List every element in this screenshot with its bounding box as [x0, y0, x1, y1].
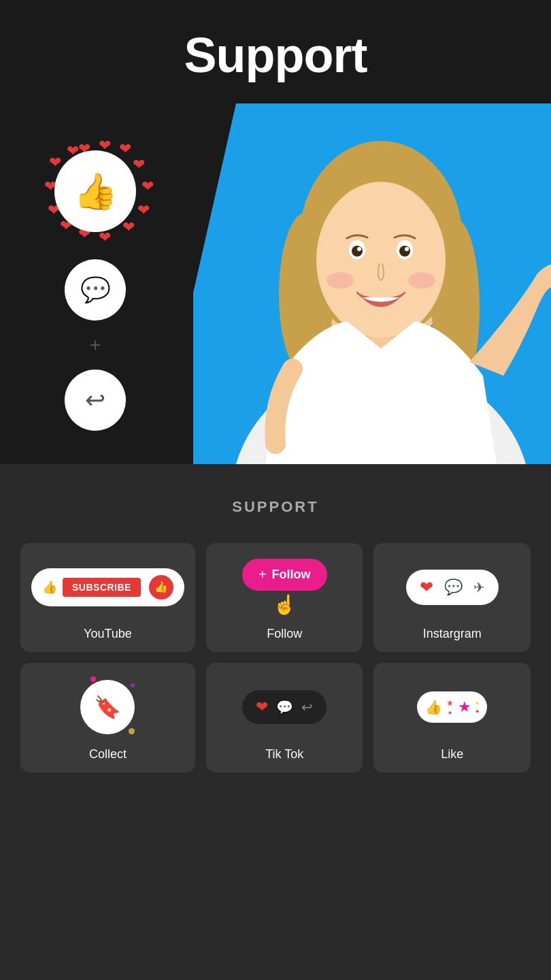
- youtube-visual: 👍 SUBSCRIBE 👍: [31, 557, 184, 617]
- follow-text: Follow: [272, 568, 311, 582]
- bookmark-icon: 🔖: [94, 694, 121, 720]
- hero-person: [211, 103, 551, 464]
- follow-button-container: + Follow ☝: [242, 559, 327, 616]
- flying-heart-3: ❤: [119, 140, 131, 158]
- follow-hand-icon: ☝: [273, 593, 297, 616]
- like-icons-row: 👍 ★ ● ★ ● ●: [417, 691, 487, 723]
- tiktok-card-label: Tik Tok: [265, 747, 303, 762]
- tiktok-icons-row: ❤ 💬 ↩: [242, 690, 327, 724]
- like-thumb-icon: 👍: [425, 699, 442, 715]
- share-circle: ↩: [65, 370, 126, 431]
- youtube-card[interactable]: 👍 SUBSCRIBE 👍 YouTube: [20, 543, 195, 652]
- cards-grid: 👍 SUBSCRIBE 👍 YouTube + Follow ☝ Follow: [20, 543, 531, 772]
- flying-heart-13: ❤: [49, 154, 61, 172]
- follow-visual-container: + Follow ☝: [217, 557, 352, 617]
- follow-card-label: Follow: [267, 627, 302, 641]
- collect-card-label: Collect: [89, 747, 127, 762]
- tiktok-comment-icon: 💬: [276, 699, 293, 715]
- svg-point-11: [357, 247, 361, 251]
- like-dots-right: ● ●: [475, 700, 479, 715]
- thumbs-up-circle: 👍: [54, 150, 136, 232]
- follow-button: + Follow: [242, 559, 327, 591]
- thumbs-up-icon: 👍: [73, 171, 118, 212]
- like-card[interactable]: 👍 ★ ● ★ ● ● Like: [373, 663, 531, 772]
- tiktok-visual: ❤ 💬 ↩: [217, 676, 352, 738]
- collect-dot-pink: [90, 676, 96, 682]
- youtube-card-label: YouTube: [84, 627, 132, 641]
- share-icon: ↩: [85, 386, 105, 414]
- like-card-label: Like: [441, 747, 463, 762]
- like-stars-container: ★ ●: [446, 698, 454, 716]
- svg-point-14: [408, 272, 435, 289]
- collect-card[interactable]: 🔖 Collect: [20, 663, 195, 772]
- instagram-heart-icon: ❤: [420, 578, 433, 597]
- like-dot-red2: ●: [475, 708, 479, 715]
- follow-plus-icon: +: [258, 567, 267, 583]
- youtube-subscribe-widget: 👍 SUBSCRIBE 👍: [31, 568, 184, 606]
- svg-point-6: [316, 182, 446, 338]
- instagram-visual: ❤ 💬 ✈: [384, 557, 520, 617]
- header-section: Support: [0, 0, 551, 103]
- instagram-icons-row: ❤ 💬 ✈: [406, 570, 499, 605]
- youtube-bell-icon: 👍: [149, 575, 173, 600]
- flying-heart-6: ❤: [137, 201, 150, 219]
- person-illustration: [211, 103, 551, 464]
- tiktok-share-icon: ↩: [301, 699, 313, 715]
- svg-point-9: [352, 246, 363, 257]
- like-dot-red: ●: [448, 709, 452, 716]
- svg-point-12: [405, 247, 409, 251]
- hero-left-icons: ❤ ❤ ❤ ❤ ❤ ❤ ❤ ❤ ❤ ❤ ❤ ❤ ❤ ❤ 👍 💬 + ↩: [41, 137, 150, 431]
- support-section: SUPPORT 👍 SUBSCRIBE 👍 YouTube + Follow: [0, 464, 551, 800]
- thumbs-circle-container: ❤ ❤ ❤ ❤ ❤ ❤ ❤ ❤ ❤ ❤ ❤ ❤ ❤ ❤ 👍: [41, 137, 150, 246]
- collect-visual: 🔖: [31, 676, 184, 738]
- youtube-subscribe-button: SUBSCRIBE: [63, 578, 141, 597]
- flying-heart-5: ❤: [141, 178, 154, 195]
- collect-icon-container: 🔖: [77, 676, 138, 738]
- svg-point-10: [399, 246, 410, 257]
- instagram-send-icon: ✈: [473, 579, 485, 595]
- collect-dot-gold2: [129, 728, 135, 734]
- plus-icon: +: [90, 334, 101, 356]
- instagram-card[interactable]: ❤ 💬 ✈ Instargram: [373, 543, 531, 652]
- like-visual: 👍 ★ ● ★ ● ●: [384, 676, 520, 738]
- instagram-card-label: Instargram: [423, 627, 482, 641]
- page-title: Support: [14, 27, 537, 83]
- flying-heart-4: ❤: [133, 156, 145, 174]
- youtube-thumb-icon: 👍: [42, 580, 57, 595]
- instagram-comment-icon: 💬: [444, 578, 463, 596]
- collect-dot-purple: [131, 683, 135, 687]
- collect-bookmark-circle: 🔖: [80, 680, 135, 734]
- comment-circle: 💬: [65, 259, 126, 321]
- like-star-red: ★: [446, 698, 454, 708]
- like-star-pink: ★: [458, 698, 471, 716]
- follow-card[interactable]: + Follow ☝ Follow: [206, 543, 363, 652]
- support-title: SUPPORT: [20, 498, 531, 516]
- like-dot-yellow: ●: [475, 700, 479, 706]
- tiktok-heart-icon: ❤: [256, 698, 268, 716]
- comment-icon: 💬: [80, 276, 111, 304]
- svg-point-13: [327, 272, 354, 289]
- tiktok-card[interactable]: ❤ 💬 ↩ Tik Tok: [206, 663, 363, 772]
- flying-heart-7: ❤: [122, 218, 135, 236]
- hero-banner: ❤ ❤ ❤ ❤ ❤ ❤ ❤ ❤ ❤ ❤ ❤ ❤ ❤ ❤ 👍 💬 + ↩: [0, 103, 551, 464]
